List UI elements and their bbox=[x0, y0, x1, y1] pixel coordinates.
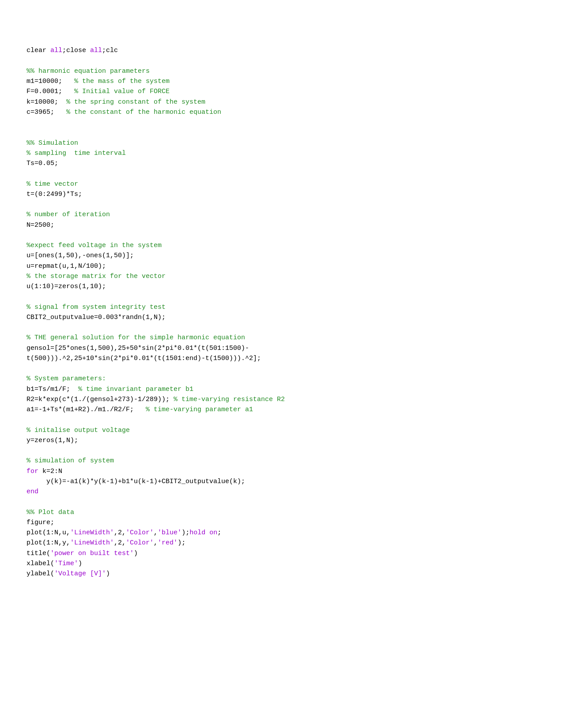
code-title: title( bbox=[26, 550, 50, 557]
comment-R2: % time-varying resistance R2 bbox=[174, 396, 285, 403]
comment-storage: % the storage matrix for the vector bbox=[26, 273, 166, 280]
comment-iteration: % number of iteration bbox=[26, 211, 110, 218]
code-u2: u=repmat(u,1,N/100); bbox=[26, 263, 106, 270]
string-linewidth-1: 'LineWidth' bbox=[70, 529, 114, 537]
string-color-1: 'Color' bbox=[126, 529, 154, 537]
string-color-2: 'Color' bbox=[126, 539, 154, 547]
keyword-for: for bbox=[26, 468, 38, 475]
code-c: c=3965; bbox=[26, 109, 66, 116]
code-ylabel: ylabel( bbox=[26, 570, 54, 578]
keyword-hold: hold bbox=[189, 529, 205, 537]
code-u3: u(1:10)=zeros(1,10); bbox=[26, 283, 106, 290]
code-figure: figure; bbox=[26, 519, 54, 526]
string-ylabel: 'Voltage [V]' bbox=[54, 570, 106, 578]
code-y: y=zeros(1,N); bbox=[26, 437, 78, 444]
comment-1: %% harmonic equation parameters bbox=[26, 68, 150, 75]
keyword-end-1: end bbox=[26, 488, 38, 495]
string-title: 'power on built test' bbox=[50, 550, 134, 557]
code-line-1: clear bbox=[26, 47, 50, 54]
code-editor: clear all;close all;clc %% harmonic equa… bbox=[26, 35, 537, 579]
comment-constant: % the constant of the harmonic equation bbox=[66, 109, 221, 116]
comment-signal: % signal from system integrity test bbox=[26, 304, 166, 311]
comment-feed-voltage: %expect feed voltage in the system bbox=[26, 242, 162, 249]
code-N: N=2500; bbox=[26, 221, 54, 229]
string-blue: 'blue' bbox=[158, 529, 181, 537]
string-xlabel: 'Time' bbox=[54, 560, 78, 567]
comment-sampling: % sampling time interval bbox=[26, 150, 126, 157]
string-linewidth-2: 'LineWidth' bbox=[70, 539, 114, 547]
code-for-loop: k=2:N bbox=[38, 468, 62, 475]
code-Ts: Ts=0.05; bbox=[26, 160, 58, 167]
code-t: t=(0:2499)*Ts; bbox=[26, 191, 82, 198]
comment-plot-data: %% Plot data bbox=[26, 509, 74, 516]
code-xlabel: xlabel( bbox=[26, 560, 54, 567]
code-cbit: CBIT2_outputvalue=0.003*randn(1,N); bbox=[26, 314, 166, 321]
keyword-all-1: all bbox=[50, 47, 62, 54]
code-plot1: plot(1:N,u, bbox=[26, 529, 70, 537]
code-a1: a1=-1+Ts*(m1+R2)./m1./R2/F; bbox=[26, 406, 146, 413]
comment-a1: % time-varying parameter a1 bbox=[146, 406, 253, 413]
code-k: k=10000; bbox=[26, 98, 66, 106]
comment-system-params: % System parameters: bbox=[26, 375, 106, 383]
comment-mass: % the mass of the system bbox=[74, 78, 170, 85]
keyword-on: on bbox=[209, 529, 217, 537]
comment-time-vector: % time vector bbox=[26, 180, 78, 188]
comment-force: % Initial value of FORCE bbox=[74, 88, 170, 95]
code-gensol: gensol=[25*ones(1,500),25+50*sin(2*pi*0.… bbox=[26, 345, 261, 362]
comment-sim-system: % simulation of system bbox=[26, 457, 114, 465]
comment-simulation: %% Simulation bbox=[26, 139, 78, 147]
code-F: F=0.0001; bbox=[26, 88, 74, 95]
code-m1: m1=10000; bbox=[26, 78, 74, 85]
comment-output-voltage: % initalise output voltage bbox=[26, 427, 130, 434]
string-red: 'red' bbox=[158, 539, 178, 547]
comment-spring: % the spring constant of the system bbox=[66, 98, 205, 106]
code-loop-body: y(k)=-a1(k)*y(k-1)+b1*u(k-1)+CBIT2_outpu… bbox=[26, 478, 245, 485]
code-R2: R2=k*exp(c*(1./(gensol+273)-1/289)); bbox=[26, 396, 174, 403]
code-u1: u=[ones(1,50),-ones(1,50)]; bbox=[26, 252, 134, 259]
keyword-all-2: all bbox=[90, 47, 102, 54]
comment-b1: % time invariant parameter b1 bbox=[78, 386, 193, 393]
code-plot2: plot(1:N,y, bbox=[26, 539, 70, 547]
comment-general-solution: % THE general solution for the simple ha… bbox=[26, 334, 245, 341]
code-b1: b1=Ts/m1/F; bbox=[26, 386, 78, 393]
